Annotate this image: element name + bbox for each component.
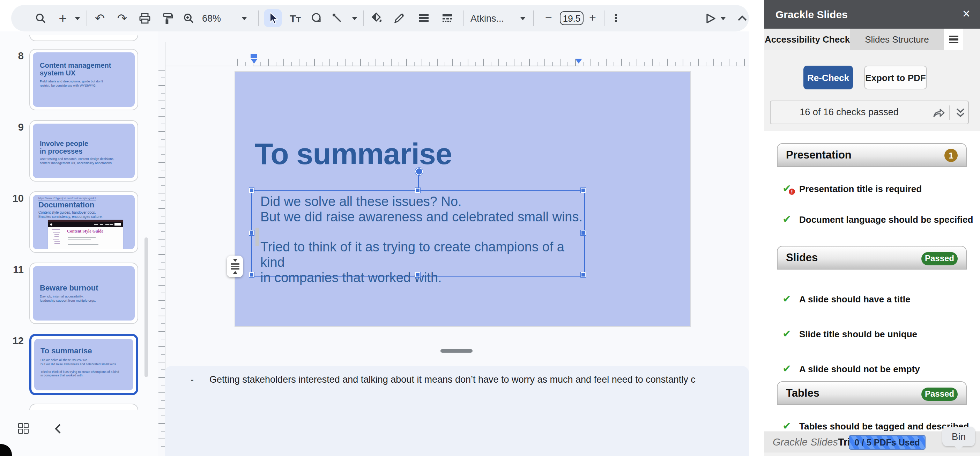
check-item[interactable]: ✔ Document language should be specified xyxy=(783,212,973,226)
check-item[interactable]: ✔ A slide should not be empty xyxy=(783,362,920,376)
thumbnail-content: https://www.a11yproject.com/content-styl… xyxy=(33,195,135,249)
collapse-filmstrip-icon[interactable] xyxy=(53,423,63,435)
zoom-dropdown-icon[interactable] xyxy=(240,5,248,32)
line-dropdown-icon[interactable] xyxy=(350,5,359,32)
main-toolbar: + ↶ ↷ 68% TT xyxy=(11,5,749,32)
share-icon[interactable] xyxy=(932,107,945,118)
section-slides-header[interactable]: Slides Passed xyxy=(777,246,967,269)
font-dropdown-icon[interactable] xyxy=(519,5,527,32)
textbox-tool-icon[interactable]: TT xyxy=(288,5,303,32)
thumb-body: Day job, internal accessibility, leaders… xyxy=(40,295,135,303)
thumbnail-content: Content management system UX Field label… xyxy=(33,53,135,107)
redo-icon[interactable]: ↷ xyxy=(115,5,130,32)
check-warn-icon: ✔! xyxy=(783,182,796,195)
select-tool-active[interactable] xyxy=(264,9,282,27)
border-weight-icon[interactable] xyxy=(416,5,431,32)
rotate-handle[interactable] xyxy=(415,167,423,175)
resize-handle-sw[interactable] xyxy=(249,272,254,277)
tab-accessibility-check[interactable]: Accessibility Check xyxy=(764,29,850,50)
thumbnail-slide-8[interactable]: Content management system UX Field label… xyxy=(29,49,138,110)
section-presentation-header[interactable]: Presentation 1 xyxy=(777,143,967,167)
filmstrip-scrollbar[interactable] xyxy=(145,238,148,377)
selected-textbox[interactable]: Did we solve all these issues? No. But w… xyxy=(251,190,585,277)
tab-slides-structure[interactable]: Slides Structure xyxy=(850,29,944,50)
thumb-title: Involve people in processes xyxy=(40,140,135,155)
present-icon[interactable] xyxy=(702,5,719,32)
slide-title[interactable]: To summarise xyxy=(255,137,452,171)
resize-handle-w[interactable] xyxy=(249,230,254,235)
grid-view-icon[interactable] xyxy=(18,423,29,434)
menu-icon[interactable] xyxy=(944,29,963,50)
speaker-notes[interactable]: - Getting stakeholders interested and ta… xyxy=(165,366,749,456)
slide-number: 11 xyxy=(3,264,24,275)
recheck-button[interactable]: Re-Check xyxy=(803,65,853,89)
pdf-usage-badge[interactable]: 0 / 5 PDFs Used xyxy=(849,435,926,450)
thumbnail-slide-10[interactable]: https://www.a11yproject.com/content-styl… xyxy=(29,191,138,253)
section-title: Slides xyxy=(786,251,818,264)
increase-font-size-button[interactable]: + xyxy=(585,5,600,32)
thumbnail-slide-11[interactable]: Beware burnout Day job, internal accessi… xyxy=(29,263,138,324)
resize-handle-nw[interactable] xyxy=(249,188,254,193)
resize-handle-se[interactable] xyxy=(581,272,585,277)
textbox-paragraph-1[interactable]: Did we solve all these issues? No. But w… xyxy=(260,194,584,225)
undo-icon[interactable]: ↶ xyxy=(92,5,108,32)
ruler-indent-marker-left[interactable] xyxy=(251,54,257,58)
shape-tool-icon[interactable] xyxy=(309,5,325,32)
slide-number: 12 xyxy=(3,335,24,346)
bin-tooltip: Bin xyxy=(942,427,975,446)
notes-resize-handle[interactable] xyxy=(441,349,473,352)
new-slide-dropdown-icon[interactable] xyxy=(73,5,82,32)
decrease-font-size-button[interactable]: − xyxy=(541,5,556,32)
filmstrip: 8 Content management system UX Field lab… xyxy=(0,32,158,456)
thumbnail-slide-12-selected[interactable]: To summarise Did we solve all these issu… xyxy=(29,334,138,395)
font-size-input[interactable]: 19.5 xyxy=(560,11,584,25)
thumb-body: User testing and research, content desig… xyxy=(40,157,135,165)
textbox-paragraph-2[interactable]: Tried to think of it as trying to create… xyxy=(260,239,584,285)
expand-all-icon[interactable] xyxy=(955,108,966,118)
print-icon[interactable] xyxy=(137,5,152,32)
font-family-select[interactable]: Atkins... xyxy=(471,5,511,32)
resize-handle-ne[interactable] xyxy=(581,188,585,193)
zoom-level-select[interactable]: 68% xyxy=(197,5,226,32)
thumbnail-content: Involve people in processes User testing… xyxy=(33,124,135,178)
resize-handle-e[interactable] xyxy=(581,230,585,235)
brand-label: Grackle SlidesTrial xyxy=(773,437,859,448)
search-menus-icon[interactable] xyxy=(33,5,48,32)
line-tool-icon[interactable] xyxy=(329,5,345,32)
hide-menus-icon[interactable] xyxy=(734,5,750,32)
check-label: Document language should be specified xyxy=(799,214,973,225)
border-dash-icon[interactable] xyxy=(440,5,455,32)
issue-count-badge: 1 xyxy=(944,149,958,162)
resize-handle-n[interactable] xyxy=(415,188,420,193)
new-slide-button[interactable]: + xyxy=(55,5,70,32)
thumb-title: Beware burnout xyxy=(40,284,135,292)
fill-color-icon[interactable] xyxy=(369,5,385,32)
thumbnail-slide-9[interactable]: Involve people in processes User testing… xyxy=(29,120,138,182)
present-dropdown-icon[interactable] xyxy=(719,5,727,32)
section-tables-header[interactable]: Tables Passed xyxy=(777,381,967,405)
check-item[interactable]: ✔! Presentation title is required xyxy=(783,182,922,196)
spacing-options-button[interactable] xyxy=(227,255,243,277)
check-label: A slide should have a title xyxy=(799,293,910,304)
ruler-indent-marker-right[interactable] xyxy=(575,59,582,64)
notes-text[interactable]: Getting stakeholders interested and talk… xyxy=(209,374,749,385)
zoom-icon[interactable] xyxy=(181,5,196,32)
close-icon[interactable]: × xyxy=(963,6,970,22)
slide-number: 10 xyxy=(3,193,24,204)
checks-status-text: 16 of 16 checks passed xyxy=(771,107,928,117)
more-options-icon[interactable]: ⋮ xyxy=(609,5,624,32)
resize-handle-s[interactable] xyxy=(415,272,420,277)
grackle-header: Grackle Slides × xyxy=(764,0,980,29)
thumbnail-slide-13-partial[interactable] xyxy=(29,403,138,410)
thumbnail-slide-7-partial[interactable] xyxy=(29,35,138,41)
border-color-icon[interactable] xyxy=(391,5,407,32)
check-item[interactable]: ✔ Tables should be tagged and described xyxy=(783,419,969,433)
checks-status-bar[interactable]: 16 of 16 checks passed xyxy=(770,100,969,124)
check-label: A slide should not be empty xyxy=(799,364,920,374)
slide-number: 8 xyxy=(3,50,24,61)
export-pdf-button[interactable]: Export to PDF xyxy=(864,65,927,89)
paint-format-icon[interactable] xyxy=(159,5,175,32)
grackle-panel: Grackle Slides × Accessibility Check Sli… xyxy=(764,0,980,456)
check-item[interactable]: ✔ Slide title should be unique xyxy=(783,327,917,341)
check-item[interactable]: ✔ A slide should have a title xyxy=(783,292,910,306)
